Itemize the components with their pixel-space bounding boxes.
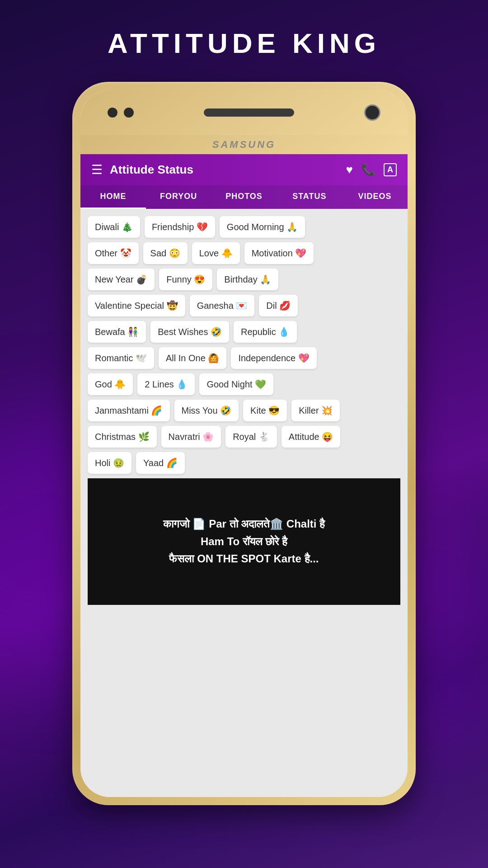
categories-area: Diwali 🎄 Friendship 💔 Good Morning 🙏 Oth… [80, 209, 408, 797]
tab-photos[interactable]: PHOTOS [211, 185, 277, 209]
category-row-2: New Year 💣 Funny 😍 Birthday 🙏 [88, 269, 400, 290]
chip-republic[interactable]: Republic 💧 [234, 321, 297, 343]
chip-good-night[interactable]: Good Night 💚 [199, 373, 273, 395]
chip-yaad[interactable]: Yaad 🌈 [136, 452, 185, 474]
hamburger-icon[interactable]: ☰ [91, 162, 103, 177]
camera-dots [108, 108, 134, 118]
chip-birthday[interactable]: Birthday 🙏 [217, 269, 278, 290]
tab-foryou[interactable]: FORYOU [146, 185, 211, 209]
header-icons: ♥ 📞 A [346, 163, 397, 177]
chip-christmas[interactable]: Christmas 🌿 [88, 426, 157, 448]
chip-holi[interactable]: Holi 🤢 [88, 452, 131, 474]
status-text: कागजो 📄 Par तो अदालते🏛️ Chalti है Ham To… [163, 515, 325, 567]
header-title: Attitude Status [110, 163, 339, 177]
chip-janmashtami[interactable]: Janmashtami 🌈 [88, 400, 170, 421]
nav-tabs: HOME FORYOU PHOTOS STATUS VIDEOS [80, 185, 408, 209]
chip-friendship[interactable]: Friendship 💔 [145, 216, 215, 238]
chip-romantic[interactable]: Romantic 🕊️ [88, 347, 154, 369]
chip-valentine[interactable]: Valentine Special 🤠 [88, 295, 185, 316]
chip-new-year[interactable]: New Year 💣 [88, 269, 155, 290]
category-row-7: Janmashtami 🌈 Miss You 🤣 Kite 😎 Killer 💥 [88, 400, 400, 421]
chip-good-morning[interactable]: Good Morning 🙏 [220, 216, 305, 238]
phone-inner: SAMSUNG ☰ Attitude Status ♥ 📞 A HOME FOR… [80, 90, 408, 797]
camera-dot-2 [124, 108, 134, 118]
category-row-1: Other 🤡 Sad 😳 Love 🐥 Motivation 💖 [88, 242, 400, 264]
chip-all-in-one[interactable]: All In One 🙆 [159, 347, 226, 369]
tab-home[interactable]: HOME [80, 185, 146, 209]
app-header: ☰ Attitude Status ♥ 📞 A [80, 154, 408, 185]
samsung-label: SAMSUNG [80, 135, 408, 154]
category-row-8: Christmas 🌿 Navratri 🌸 Royal 🐇 Attitude … [88, 426, 400, 448]
chip-love[interactable]: Love 🐥 [192, 242, 240, 264]
tab-videos[interactable]: VIDEOS [342, 185, 408, 209]
whatsapp-icon[interactable]: 📞 [361, 163, 375, 177]
chip-sad[interactable]: Sad 😳 [143, 242, 188, 264]
category-row-9: Holi 🤢 Yaad 🌈 [88, 452, 400, 474]
category-row-6: God 🐥 2 Lines 💧 Good Night 💚 [88, 373, 400, 395]
chip-independence[interactable]: Independence 💖 [231, 347, 316, 369]
chip-royal[interactable]: Royal 🐇 [225, 426, 277, 448]
chip-kite[interactable]: Kite 😎 [243, 400, 287, 421]
chip-motivation[interactable]: Motivation 💖 [244, 242, 314, 264]
app-content: ☰ Attitude Status ♥ 📞 A HOME FORYOU PHOT… [80, 154, 408, 797]
chip-other[interactable]: Other 🤡 [88, 242, 139, 264]
phone-frame: SAMSUNG ☰ Attitude Status ♥ 📞 A HOME FOR… [72, 82, 416, 805]
translate-icon[interactable]: A [384, 163, 397, 176]
camera-dot-1 [108, 108, 117, 118]
category-row-5: Romantic 🕊️ All In One 🙆 Independence 💖 [88, 347, 400, 369]
category-row-3: Valentine Special 🤠 Ganesha 💌 Dil 💋 [88, 295, 400, 316]
tab-status[interactable]: STATUS [277, 185, 342, 209]
chip-dil[interactable]: Dil 💋 [259, 295, 298, 316]
status-card: कागजो 📄 Par तो अदालते🏛️ Chalti है Ham To… [88, 478, 400, 605]
chip-killer[interactable]: Killer 💥 [291, 400, 340, 421]
chip-diwali[interactable]: Diwali 🎄 [88, 216, 140, 238]
chip-best-wishes[interactable]: Best Wishes 🤣 [150, 321, 229, 343]
front-camera [364, 104, 380, 121]
chip-bewafa[interactable]: Bewafa 👫 [88, 321, 146, 343]
heart-icon[interactable]: ♥ [346, 163, 353, 177]
category-row-0: Diwali 🎄 Friendship 💔 Good Morning 🙏 [88, 216, 400, 238]
chip-navratri[interactable]: Navratri 🌸 [161, 426, 221, 448]
speaker [204, 108, 294, 117]
app-title: ATTITUDE KING [108, 27, 380, 59]
phone-top-hardware [80, 90, 408, 135]
chip-attitude[interactable]: Attitude 😝 [282, 426, 340, 448]
chip-ganesha[interactable]: Ganesha 💌 [190, 295, 255, 316]
chip-miss-you[interactable]: Miss You 🤣 [174, 400, 239, 421]
chip-god[interactable]: God 🐥 [88, 373, 133, 395]
category-row-4: Bewafa 👫 Best Wishes 🤣 Republic 💧 [88, 321, 400, 343]
chip-funny[interactable]: Funny 😍 [159, 269, 212, 290]
chip-2-lines[interactable]: 2 Lines 💧 [137, 373, 195, 395]
